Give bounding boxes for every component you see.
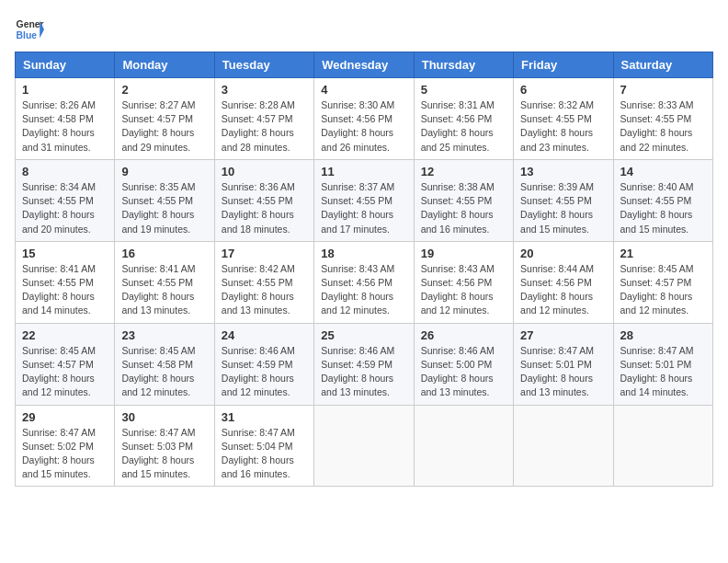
calendar-day-cell: 15 Sunrise: 8:41 AMSunset: 4:55 PMDaylig… xyxy=(16,241,115,323)
calendar-day-cell: 11 Sunrise: 8:37 AMSunset: 4:55 PMDaylig… xyxy=(314,159,414,241)
day-info: Sunrise: 8:28 AMSunset: 4:57 PMDaylight:… xyxy=(222,99,295,153)
logo-icon: General Blue xyxy=(15,15,44,44)
day-number: 27 xyxy=(520,328,606,342)
day-number: 10 xyxy=(222,165,307,178)
day-info: Sunrise: 8:27 AMSunset: 4:57 PMDaylight:… xyxy=(121,99,195,153)
day-info: Sunrise: 8:47 AMSunset: 5:04 PMDaylight:… xyxy=(222,427,295,480)
day-number: 1 xyxy=(22,83,108,97)
day-number: 13 xyxy=(520,165,606,178)
day-info: Sunrise: 8:45 AMSunset: 4:57 PMDaylight:… xyxy=(620,263,694,316)
calendar-table: SundayMondayTuesdayWednesdayThursdayFrid… xyxy=(15,52,713,487)
day-number: 8 xyxy=(22,165,108,178)
day-info: Sunrise: 8:43 AMSunset: 4:56 PMDaylight:… xyxy=(421,263,495,316)
day-info: Sunrise: 8:32 AMSunset: 4:55 PMDaylight:… xyxy=(520,99,594,153)
day-info: Sunrise: 8:35 AMSunset: 4:55 PMDaylight:… xyxy=(121,181,195,235)
calendar-day-cell: 19 Sunrise: 8:43 AMSunset: 4:56 PMDaylig… xyxy=(414,241,513,323)
day-number: 29 xyxy=(22,410,108,424)
calendar-week-row: 22 Sunrise: 8:45 AMSunset: 4:57 PMDaylig… xyxy=(16,323,713,405)
day-of-week-header: Saturday xyxy=(613,52,712,78)
day-number: 20 xyxy=(520,247,606,260)
calendar-day-cell: 27 Sunrise: 8:47 AMSunset: 5:01 PMDaylig… xyxy=(514,323,613,405)
calendar-day-cell xyxy=(414,405,513,487)
day-info: Sunrise: 8:45 AMSunset: 4:58 PMDaylight:… xyxy=(121,345,195,398)
calendar-day-cell xyxy=(514,405,613,487)
day-number: 6 xyxy=(520,83,606,97)
day-number: 11 xyxy=(321,165,406,178)
day-info: Sunrise: 8:36 AMSunset: 4:55 PMDaylight:… xyxy=(222,181,295,235)
day-info: Sunrise: 8:46 AMSunset: 4:59 PMDaylight:… xyxy=(321,345,394,398)
day-of-week-header: Thursday xyxy=(414,52,513,78)
calendar-day-cell: 31 Sunrise: 8:47 AMSunset: 5:04 PMDaylig… xyxy=(214,405,313,487)
day-info: Sunrise: 8:47 AMSunset: 5:01 PMDaylight:… xyxy=(520,345,594,398)
calendar-day-cell: 12 Sunrise: 8:38 AMSunset: 4:55 PMDaylig… xyxy=(414,159,513,241)
calendar-day-cell xyxy=(314,405,414,487)
day-info: Sunrise: 8:34 AMSunset: 4:55 PMDaylight:… xyxy=(22,181,96,235)
calendar-day-cell: 20 Sunrise: 8:44 AMSunset: 4:56 PMDaylig… xyxy=(514,241,613,323)
day-number: 25 xyxy=(321,328,406,342)
calendar-week-row: 1 Sunrise: 8:26 AMSunset: 4:58 PMDayligh… xyxy=(16,78,713,160)
calendar-day-cell: 10 Sunrise: 8:36 AMSunset: 4:55 PMDaylig… xyxy=(214,159,313,241)
day-number: 14 xyxy=(620,165,706,178)
day-info: Sunrise: 8:46 AMSunset: 5:00 PMDaylight:… xyxy=(421,345,495,398)
day-info: Sunrise: 8:30 AMSunset: 4:56 PMDaylight:… xyxy=(321,99,394,153)
day-number: 12 xyxy=(421,165,506,178)
day-of-week-header: Monday xyxy=(115,52,214,78)
calendar-day-cell: 3 Sunrise: 8:28 AMSunset: 4:57 PMDayligh… xyxy=(214,78,313,160)
day-of-week-header: Tuesday xyxy=(214,52,313,78)
day-info: Sunrise: 8:44 AMSunset: 4:56 PMDaylight:… xyxy=(520,263,594,316)
calendar-day-cell: 13 Sunrise: 8:39 AMSunset: 4:55 PMDaylig… xyxy=(514,159,613,241)
day-number: 26 xyxy=(421,328,506,342)
calendar-day-cell: 7 Sunrise: 8:33 AMSunset: 4:55 PMDayligh… xyxy=(613,78,712,160)
day-number: 23 xyxy=(121,328,207,342)
day-info: Sunrise: 8:33 AMSunset: 4:55 PMDaylight:… xyxy=(620,99,694,153)
day-number: 16 xyxy=(121,247,207,260)
day-number: 19 xyxy=(421,247,506,260)
calendar-week-row: 8 Sunrise: 8:34 AMSunset: 4:55 PMDayligh… xyxy=(16,159,713,241)
day-of-week-header: Wednesday xyxy=(314,52,414,78)
day-info: Sunrise: 8:42 AMSunset: 4:55 PMDaylight:… xyxy=(222,263,295,316)
calendar-day-cell: 14 Sunrise: 8:40 AMSunset: 4:55 PMDaylig… xyxy=(613,159,712,241)
calendar-day-cell xyxy=(613,405,712,487)
calendar-day-cell: 1 Sunrise: 8:26 AMSunset: 4:58 PMDayligh… xyxy=(16,78,115,160)
calendar-week-row: 29 Sunrise: 8:47 AMSunset: 5:02 PMDaylig… xyxy=(16,405,713,487)
day-info: Sunrise: 8:31 AMSunset: 4:56 PMDaylight:… xyxy=(421,99,495,153)
day-info: Sunrise: 8:41 AMSunset: 4:55 PMDaylight:… xyxy=(121,263,195,316)
calendar-day-cell: 28 Sunrise: 8:47 AMSunset: 5:01 PMDaylig… xyxy=(613,323,712,405)
day-info: Sunrise: 8:38 AMSunset: 4:55 PMDaylight:… xyxy=(421,181,495,235)
day-info: Sunrise: 8:26 AMSunset: 4:58 PMDaylight:… xyxy=(22,99,96,153)
day-number: 4 xyxy=(321,83,406,97)
calendar-day-cell: 2 Sunrise: 8:27 AMSunset: 4:57 PMDayligh… xyxy=(115,78,214,160)
svg-text:Blue: Blue xyxy=(17,30,38,40)
calendar-week-row: 15 Sunrise: 8:41 AMSunset: 4:55 PMDaylig… xyxy=(16,241,713,323)
calendar-day-cell: 21 Sunrise: 8:45 AMSunset: 4:57 PMDaylig… xyxy=(613,241,712,323)
calendar-day-cell: 26 Sunrise: 8:46 AMSunset: 5:00 PMDaylig… xyxy=(414,323,513,405)
calendar-day-cell: 6 Sunrise: 8:32 AMSunset: 4:55 PMDayligh… xyxy=(514,78,613,160)
day-info: Sunrise: 8:40 AMSunset: 4:55 PMDaylight:… xyxy=(620,181,694,235)
calendar-day-cell: 23 Sunrise: 8:45 AMSunset: 4:58 PMDaylig… xyxy=(115,323,214,405)
day-number: 22 xyxy=(22,328,108,342)
calendar-day-cell: 9 Sunrise: 8:35 AMSunset: 4:55 PMDayligh… xyxy=(115,159,214,241)
calendar-day-cell: 8 Sunrise: 8:34 AMSunset: 4:55 PMDayligh… xyxy=(16,159,115,241)
day-number: 21 xyxy=(620,247,706,260)
calendar-day-cell: 18 Sunrise: 8:43 AMSunset: 4:56 PMDaylig… xyxy=(314,241,414,323)
day-number: 31 xyxy=(222,410,307,424)
day-info: Sunrise: 8:47 AMSunset: 5:02 PMDaylight:… xyxy=(22,427,96,480)
day-number: 30 xyxy=(121,410,207,424)
day-of-week-header: Sunday xyxy=(16,52,115,78)
calendar-day-cell: 5 Sunrise: 8:31 AMSunset: 4:56 PMDayligh… xyxy=(414,78,513,160)
calendar-day-cell: 24 Sunrise: 8:46 AMSunset: 4:59 PMDaylig… xyxy=(214,323,313,405)
day-info: Sunrise: 8:46 AMSunset: 4:59 PMDaylight:… xyxy=(222,345,295,398)
day-info: Sunrise: 8:39 AMSunset: 4:55 PMDaylight:… xyxy=(520,181,594,235)
calendar-day-cell: 29 Sunrise: 8:47 AMSunset: 5:02 PMDaylig… xyxy=(16,405,115,487)
day-info: Sunrise: 8:47 AMSunset: 5:03 PMDaylight:… xyxy=(121,427,195,480)
day-number: 24 xyxy=(222,328,307,342)
day-number: 7 xyxy=(620,83,706,97)
day-of-week-header: Friday xyxy=(514,52,613,78)
calendar-day-cell: 30 Sunrise: 8:47 AMSunset: 5:03 PMDaylig… xyxy=(115,405,214,487)
day-info: Sunrise: 8:45 AMSunset: 4:57 PMDaylight:… xyxy=(22,345,96,398)
day-info: Sunrise: 8:41 AMSunset: 4:55 PMDaylight:… xyxy=(22,263,96,316)
day-info: Sunrise: 8:37 AMSunset: 4:55 PMDaylight:… xyxy=(321,181,394,235)
day-info: Sunrise: 8:47 AMSunset: 5:01 PMDaylight:… xyxy=(620,345,694,398)
day-number: 5 xyxy=(421,83,506,97)
logo: General Blue xyxy=(15,15,44,44)
